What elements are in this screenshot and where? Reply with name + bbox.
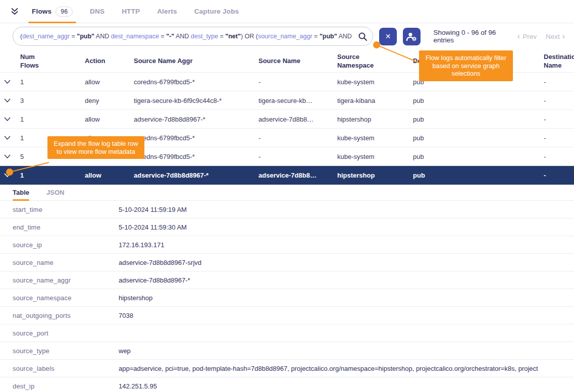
field-value: 5-10-2024 11:59:30 AM [119,223,574,231]
field-value: 7038 [119,312,574,319]
query-token: ) OR ( [241,33,258,40]
tab-label: Flows [32,8,51,15]
row-expand-chevron-icon[interactable] [0,154,20,159]
chevron-left-icon: ‹ [517,32,520,40]
row-expand-chevron-icon[interactable] [0,173,20,178]
query-token: "net" [225,33,241,40]
field-value: wep [119,347,574,355]
flows-table-body: 1allowcoredns-6799fbcd5-*-kube-systempub… [0,73,574,185]
row-expand-chevron-icon[interactable] [0,117,20,122]
column-header: Action [85,57,134,65]
cell-dest_aggr: pub [413,116,544,123]
tab-capture-jobs[interactable]: Capture Jobs [186,0,248,23]
cell-src: - [258,78,337,86]
cell-dest: - [544,116,574,123]
column-header: Destination Name [544,53,574,70]
cell-src: - [258,153,337,160]
query-token: AND [94,33,111,40]
column-header: Source Namespace [337,53,413,70]
main-tabs: Flows96DNSHTTPAlertsCapture Jobs [23,0,247,23]
cell-num: 3 [20,97,85,104]
field-key: source_port [13,329,119,337]
query-token: "pub" [320,33,337,40]
detail-row: source_labelsapp=adservice, pci=true, po… [0,360,574,377]
cell-src_aggr: adservice-7d8b8d8967-* [134,116,258,123]
next-button[interactable]: Next › [546,32,565,40]
detail-tab-table[interactable]: Table [13,185,29,200]
query-token: AND [337,33,352,40]
query-token: = [70,33,77,40]
query-token: source_name_aggr [258,33,312,40]
detail-row: source_name_aggradservice-7d8b8d8967-* [0,271,574,289]
detail-row: source_port [0,324,574,342]
field-key: source_labels [13,365,119,372]
tab-label: Capture Jobs [194,8,239,15]
cell-src_ns: tigera-kibana [337,97,413,104]
cell-dest: - [544,153,574,160]
cell-src_aggr: tigera-secure-kb-6f9c9c44c8-* [134,97,258,104]
cell-dest_aggr: pub [413,97,544,104]
detail-row: source_namespacehipstershop [0,289,574,307]
query-token: = [312,33,320,40]
tab-dns[interactable]: DNS [81,0,113,23]
prev-label: Prev [523,33,537,40]
log-type-tabbar: Flows96DNSHTTPAlertsCapture Jobs [0,0,574,23]
cell-num: 1 [20,78,85,86]
field-key: start_time [13,206,119,213]
tab-http[interactable]: HTTP [113,0,148,23]
field-key: dest_ip [13,382,119,390]
field-value: 172.16.193.171 [119,241,574,249]
query-token: "-" [166,33,174,40]
field-value: hipstershop [119,294,574,302]
filter-bar: (dest_name_aggr = "pub" AND dest_namespa… [0,23,574,50]
next-label: Next [546,33,560,40]
cell-src_aggr: coredns-6799fbcd5-* [134,78,258,86]
search-icon[interactable] [358,32,368,41]
cell-src: adservice-7d8b8… [258,116,337,123]
table-row[interactable]: 1allowadservice-7d8b8d8967-*adservice-7d… [0,110,574,129]
detail-row: dest_ip142.251.5.95 [0,377,574,392]
query-token: dest_namespace [111,33,159,40]
row-expand-chevron-icon[interactable] [0,98,20,103]
field-key: end_time [13,223,119,231]
flows-count-badge: 96 [56,7,73,17]
prev-button[interactable]: ‹ Prev [517,32,537,40]
showing-entries: Showing 0 - 96 of 96 entries [434,29,517,44]
callout-expand: Expand the flow log table row to view mo… [47,136,144,159]
row-expand-chevron-icon[interactable] [0,80,20,84]
chevron-right-icon: › [562,32,565,40]
query-token: dest_name_aggr [22,33,70,40]
field-key: source_ip [13,241,119,249]
tab-label: HTTP [122,8,140,15]
double-chevron-down-icon[interactable] [6,8,23,15]
cell-num: 1 [20,116,85,123]
cell-src_aggr: coredns-6799fbcd5-* [134,134,258,142]
tab-flows[interactable]: Flows96 [23,0,81,23]
detail-tab-json[interactable]: JSON [46,185,64,200]
filter-query-box[interactable]: (dest_name_aggr = "pub" AND dest_namespa… [13,27,373,46]
query-token: AND [174,33,191,40]
filter-settings-button[interactable] [403,28,421,45]
cell-action: deny [85,97,134,104]
column-header: Source Name Aggr [134,57,258,65]
field-key: source_name_aggr [13,276,119,284]
detail-tabs: TableJSON [0,185,574,201]
detail-row: source_typewep [0,342,574,360]
field-value: 142.251.5.95 [119,382,574,390]
user-gear-icon [406,31,417,41]
column-header: Source Name [258,57,337,65]
cell-src_ns: hipstershop [337,116,413,123]
cell-dest: - [544,172,574,179]
cell-dest: - [544,134,574,142]
cell-action: allow [85,172,134,179]
query-input[interactable]: (dest_name_aggr = "pub" AND dest_namespa… [20,33,356,40]
row-expand-chevron-icon[interactable] [0,136,20,140]
field-value: app=adservice, pci=true, pod-template-ha… [119,365,574,372]
cell-src: adservice-7d8b8… [258,172,337,179]
tab-alerts[interactable]: Alerts [148,0,185,23]
callout-filter: Flow logs automatically filter based on … [419,50,513,81]
cell-dest: - [544,78,574,86]
table-row[interactable]: 1allowadservice-7d8b8d8967-*adservice-7d… [0,166,574,185]
clear-filter-button[interactable]: ✕ [379,28,397,45]
table-row[interactable]: 3denytigera-secure-kb-6f9c9c44c8-*tigera… [0,91,574,110]
